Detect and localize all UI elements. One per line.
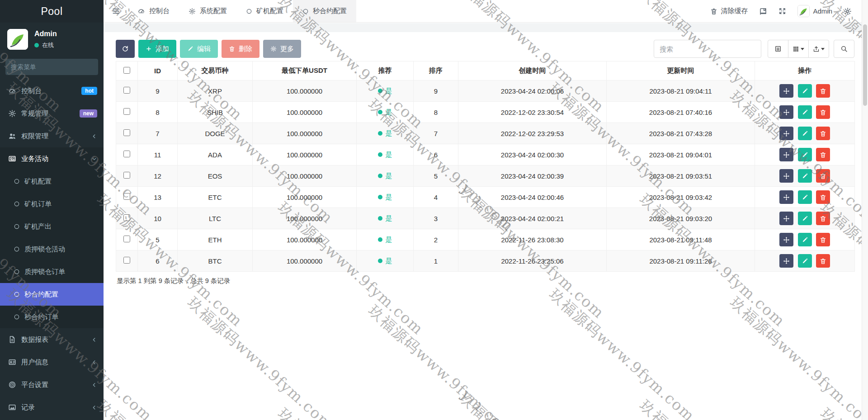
edit-button[interactable]: 编辑 [180, 40, 218, 58]
recommend-dot-icon [378, 195, 382, 199]
sidebar-item[interactable]: 记录 [0, 396, 104, 419]
delete-row-button[interactable] [816, 105, 830, 119]
edit-row-button[interactable] [798, 212, 812, 225]
edit-row-button[interactable] [798, 127, 812, 140]
sidebar-toggle-button[interactable] [104, 0, 128, 22]
edit-row-button[interactable] [798, 169, 812, 183]
menu-badge: hot [81, 87, 97, 95]
move-row-button[interactable] [779, 84, 793, 98]
delete-row-button[interactable] [816, 212, 830, 225]
edit-row-button[interactable] [798, 84, 812, 98]
sidebar-subitem[interactable]: 矿机订单 [0, 193, 104, 215]
table-toolbar: 添加 编辑 删除 更多 [116, 40, 854, 58]
brand[interactable]: Pool [0, 0, 104, 23]
delete-row-button[interactable] [816, 190, 830, 204]
tab-miner-config[interactable]: 矿机配置 [236, 0, 293, 22]
tab-dashboard[interactable]: 控制台 [128, 0, 179, 22]
recommend-badge: 是 [378, 87, 392, 95]
delete-row-button[interactable] [816, 84, 830, 98]
menu-search-input[interactable] [11, 63, 93, 71]
row-checkbox[interactable] [123, 257, 130, 264]
sidebar-item[interactable]: 常规管理 new [0, 102, 104, 125]
delete-row-button[interactable] [816, 169, 830, 183]
edit-row-button[interactable] [798, 105, 812, 119]
edit-row-button[interactable] [798, 254, 812, 268]
delete-row-button[interactable] [816, 254, 830, 268]
scrollbar[interactable] [862, 0, 868, 420]
add-button[interactable]: 添加 [138, 40, 176, 58]
recommend-badge: 是 [378, 151, 392, 159]
sidebar-subitem[interactable]: 矿机配置 [0, 170, 104, 193]
trash-icon [820, 109, 826, 116]
clear-cache-button[interactable]: 清除缓存 [710, 7, 748, 15]
cell-updated: 2023-08-21 09:11:26 [607, 250, 755, 272]
col-sort: 排序 [414, 61, 458, 80]
move-row-button[interactable] [779, 212, 793, 225]
cell-sort: 3 [414, 208, 458, 229]
avatar[interactable] [7, 29, 28, 50]
cell-created: 2022-12-02 23:29:53 [458, 123, 607, 144]
cell-coin: XRP [178, 80, 253, 102]
recommend-dot-icon [378, 110, 382, 114]
sidebar-item[interactable]: 权限管理 [0, 125, 104, 147]
edit-row-button[interactable] [798, 233, 812, 246]
sidebar-item[interactable]: 用户信息 [0, 351, 104, 373]
search-toggle-button[interactable] [834, 40, 854, 58]
sidebar-subitem[interactable]: 矿机产出 [0, 215, 104, 238]
fullscreen-button[interactable] [778, 7, 786, 15]
pencil-icon [802, 151, 808, 158]
delete-row-button[interactable] [816, 148, 830, 161]
sidebar-subitem[interactable]: 质押锁仓活动 [0, 238, 104, 260]
cell-sort: 8 [414, 102, 458, 123]
scrollbar-thumb[interactable] [863, 24, 867, 106]
sidebar-subitem[interactable]: 秒合约配置 [0, 283, 104, 306]
col-id: ID [138, 61, 178, 80]
move-row-button[interactable] [779, 105, 793, 119]
delete-button[interactable]: 删除 [222, 40, 259, 58]
cell-id: 6 [138, 250, 178, 272]
recommend-badge: 是 [378, 236, 392, 244]
cell-updated: 2023-08-21 07:40:16 [607, 102, 755, 123]
delete-row-button[interactable] [816, 127, 830, 140]
select-all-checkbox[interactable] [123, 67, 130, 74]
sidebar-item[interactable]: 控制台 hot [0, 80, 104, 102]
sidebar-subitem[interactable]: 秒合约订单 [0, 306, 104, 328]
row-checkbox[interactable] [123, 172, 130, 179]
table-search-input[interactable] [654, 40, 761, 58]
move-row-button[interactable] [779, 190, 793, 204]
sidebar-item[interactable]: 业务活动 [0, 147, 104, 170]
row-checkbox[interactable] [123, 236, 130, 242]
tab-second-contract-config[interactable]: 秒合约配置 [293, 0, 356, 22]
move-row-button[interactable] [779, 148, 793, 161]
cell-coin: ADA [178, 144, 253, 165]
user-menu[interactable]: Admin [797, 5, 832, 17]
settings-button[interactable] [844, 7, 852, 15]
user-name: Admin [34, 30, 57, 38]
sidebar-subitem[interactable]: 质押锁仓订单 [0, 260, 104, 283]
sidebar-item[interactable]: 数据报表 [0, 328, 104, 351]
move-row-button[interactable] [779, 169, 793, 183]
detail-view-button[interactable] [768, 40, 788, 58]
move-row-button[interactable] [779, 127, 793, 140]
row-checkbox[interactable] [123, 108, 130, 115]
row-checkbox[interactable] [123, 87, 130, 94]
sidebar-item[interactable]: 平台设置 [0, 373, 104, 396]
language-button[interactable] [759, 7, 767, 15]
move-row-button[interactable] [779, 254, 793, 268]
row-checkbox[interactable] [123, 129, 130, 136]
refresh-button[interactable] [116, 40, 135, 58]
row-checkbox[interactable] [123, 151, 130, 157]
cell-created: 2023-04-24 02:00:06 [458, 80, 607, 102]
export-button[interactable] [808, 40, 829, 58]
more-button[interactable]: 更多 [263, 40, 301, 58]
row-checkbox[interactable] [123, 214, 130, 221]
recommend-dot-icon [378, 259, 382, 263]
edit-row-button[interactable] [798, 190, 812, 204]
move-row-button[interactable] [779, 233, 793, 246]
delete-row-button[interactable] [816, 233, 830, 246]
edit-row-button[interactable] [798, 148, 812, 161]
row-checkbox[interactable] [123, 193, 130, 200]
columns-button[interactable] [788, 40, 809, 58]
tab-system-config[interactable]: 系统配置 [179, 0, 236, 22]
col-updated: 更新时间 [607, 61, 755, 80]
